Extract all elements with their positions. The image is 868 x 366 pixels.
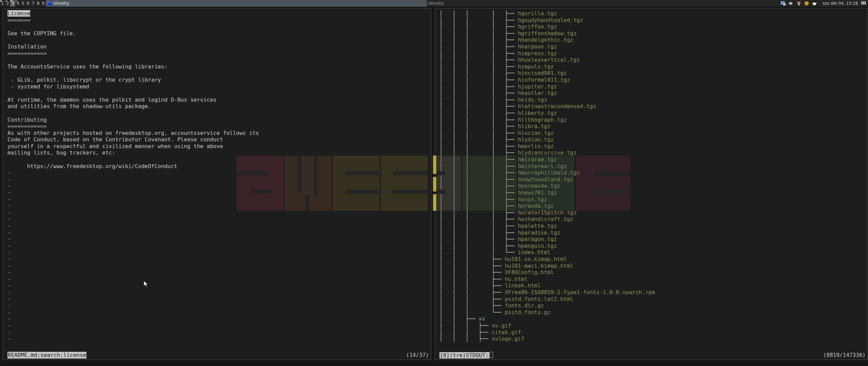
terminal-cursor [490, 352, 493, 358]
tag-2[interactable]: 2 [5, 0, 10, 7]
tasklist-item-focused[interactable]: Ghostty [46, 0, 427, 7]
tag-7[interactable]: 7 [31, 0, 36, 7]
grid-layout-icon [861, 0, 867, 6]
mushroom-icon[interactable] [796, 1, 802, 6]
pager-statusbar: README.md:search:license (14/37) [3, 351, 431, 360]
pager-status-position: (14/37) [406, 352, 429, 359]
ghostty-app-icon [47, 1, 52, 6]
pager-text: License ======= See the COPYING file. In… [3, 8, 431, 342]
tag-occupied-indicator [16, 0, 17, 2]
wibar: 123456789 Ghostty Ghostty szo okt 04, 13… [0, 0, 868, 7]
tag-5[interactable]: 5 [20, 0, 25, 7]
cup-icon[interactable] [812, 1, 817, 6]
pager-status-file: README.md:search:license [7, 352, 86, 359]
tree-statusbar: [0](tre)STDOUT: (8819/147336) [435, 351, 868, 360]
terminal-window-right[interactable]: │ │ │ │ ├── hgorilla.tgz │ │ │ │ ├── hgo… [435, 8, 868, 360]
tasklist-item-unfocused[interactable]: Ghostty [427, 0, 778, 7]
desktop: 123456789 Ghostty Ghostty szo okt 04, 13… [0, 0, 868, 366]
clock-text: szo okt 04, 13:18 [820, 0, 861, 7]
tag-1[interactable]: 1 [0, 0, 5, 7]
tag-occupied-indicator [0, 0, 2, 2]
tree-output-text: │ │ │ │ ├── hgorilla.tgz │ │ │ │ ├── hgo… [435, 8, 868, 342]
tasklist-item-label: Ghostty [428, 1, 444, 6]
tag-4[interactable]: 4 [15, 0, 20, 7]
tasklist-item-label: Ghostty [53, 1, 69, 6]
coin-icon[interactable] [804, 1, 809, 6]
taglist: 123456789 [0, 0, 46, 7]
tree-status-position: (8819/147336) [823, 352, 866, 359]
tag-occupied-indicator [5, 0, 7, 2]
tag-3[interactable]: 3 [10, 0, 15, 7]
layoutbox-icon[interactable] [861, 0, 868, 7]
tag-occupied-indicator [11, 0, 12, 2]
volume-icon[interactable] [788, 1, 794, 6]
tag-6[interactable]: 6 [25, 0, 31, 7]
tag-9[interactable]: 9 [41, 0, 46, 7]
tree-status-mode: [0](tre)STDOUT: [439, 352, 489, 359]
tag-8[interactable]: 8 [36, 0, 41, 7]
display-icon[interactable] [781, 1, 786, 6]
system-tray [778, 0, 820, 7]
terminal-window-left[interactable]: License ======= See the COPYING file. In… [3, 8, 431, 360]
